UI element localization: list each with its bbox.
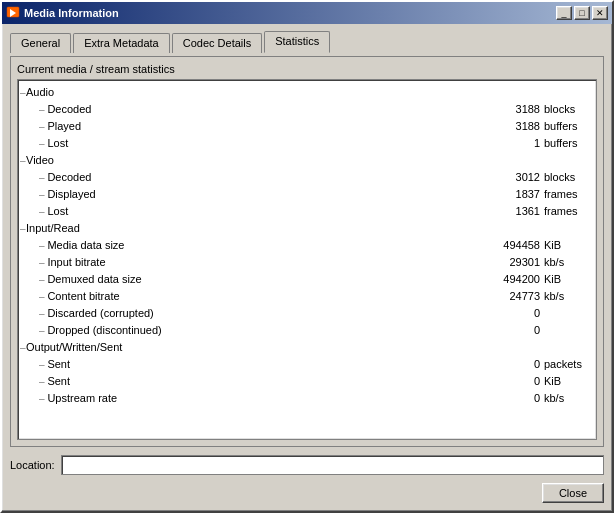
item-unit: KiB [544, 271, 594, 288]
item-label: Content bitrate [47, 290, 119, 302]
item-label: Input bitrate [47, 256, 105, 268]
item-unit: kb/s [544, 288, 594, 305]
item-label: Decoded [47, 103, 91, 115]
item-value: 3188 [489, 101, 544, 118]
item-unit: frames [544, 203, 594, 220]
window-close-button[interactable]: ✕ [592, 6, 608, 20]
item-value: 494200 [489, 271, 544, 288]
item-unit: buffers [544, 118, 594, 135]
item-unit: kb/s [544, 254, 594, 271]
tree-group: –Input/Read [20, 220, 594, 237]
tree-line [22, 390, 36, 407]
list-item: – Content bitrate 24773 kb/s [20, 288, 594, 305]
tab-content-inner: Current media / stream statistics –Audio… [17, 63, 597, 440]
list-item: – Displayed 1837 frames [20, 186, 594, 203]
tree-line [22, 203, 36, 220]
item-label: Sent [47, 358, 70, 370]
item-value: 3188 [489, 118, 544, 135]
minimize-button[interactable]: _ [556, 6, 572, 20]
list-item: – Played 3188 buffers [20, 118, 594, 135]
window-title: Media Information [24, 7, 119, 19]
tab-bar: General Extra Metadata Codec Details Sta… [10, 30, 604, 52]
main-window: Media Information _ □ ✕ General Extra Me… [0, 0, 614, 513]
tree-group: –Audio [20, 84, 594, 101]
item-label: Demuxed data size [47, 273, 141, 285]
tab-general[interactable]: General [10, 33, 71, 53]
list-item: – Lost 1361 frames [20, 203, 594, 220]
list-item: – Discarded (corrupted) 0 [20, 305, 594, 322]
item-label: Lost [47, 137, 68, 149]
tree-line [22, 135, 36, 152]
title-buttons: _ □ ✕ [556, 6, 608, 20]
tree-line [22, 271, 36, 288]
item-label: Media data size [47, 239, 124, 251]
item-unit: blocks [544, 101, 594, 118]
list-item: – Input bitrate 29301 kb/s [20, 254, 594, 271]
list-item: – Sent 0 packets [20, 356, 594, 373]
stats-box[interactable]: –Audio – Decoded 3188 blocks – Played 31… [17, 79, 597, 440]
item-unit: KiB [544, 237, 594, 254]
close-button[interactable]: Close [542, 483, 604, 503]
group-name: Input/Read [26, 220, 80, 237]
item-label: Displayed [47, 188, 95, 200]
item-value: 1837 [489, 186, 544, 203]
media-icon [6, 6, 20, 20]
item-label: Played [47, 120, 81, 132]
item-value: 0 [489, 390, 544, 407]
location-label: Location: [10, 459, 55, 471]
item-label: Upstream rate [47, 392, 117, 404]
tree-line [22, 118, 36, 135]
item-value: 1 [489, 135, 544, 152]
title-bar-left: Media Information [6, 6, 119, 20]
item-unit: buffers [544, 135, 594, 152]
tree-line [22, 356, 36, 373]
tree-line [22, 373, 36, 390]
item-label: Discarded (corrupted) [47, 307, 153, 319]
item-label: Dropped (discontinued) [47, 324, 161, 336]
item-value: 3012 [489, 169, 544, 186]
list-item: – Sent 0 KiB [20, 373, 594, 390]
tab-codec-details[interactable]: Codec Details [172, 33, 262, 53]
group-name: Output/Written/Sent [26, 339, 122, 356]
item-value: 29301 [489, 254, 544, 271]
tree-line [22, 322, 36, 339]
item-unit: packets [544, 356, 594, 373]
item-unit: kb/s [544, 390, 594, 407]
item-value: 24773 [489, 288, 544, 305]
item-label: Decoded [47, 171, 91, 183]
tree-line [22, 169, 36, 186]
item-value: 1361 [489, 203, 544, 220]
item-value: 0 [489, 373, 544, 390]
list-item: – Dropped (discontinued) 0 [20, 322, 594, 339]
maximize-button[interactable]: □ [574, 6, 590, 20]
item-unit: blocks [544, 169, 594, 186]
location-input[interactable] [61, 455, 604, 475]
group-name: Audio [26, 84, 54, 101]
tree-line [22, 305, 36, 322]
tree-group: –Video [20, 152, 594, 169]
tab-statistics[interactable]: Statistics [264, 31, 330, 53]
tree-line [22, 186, 36, 203]
list-item: – Decoded 3188 blocks [20, 101, 594, 118]
tab-content: Current media / stream statistics –Audio… [10, 56, 604, 447]
group-name: Video [26, 152, 54, 169]
close-btn-row: Close [10, 483, 604, 503]
item-value: 0 [489, 356, 544, 373]
section-label: Current media / stream statistics [17, 63, 597, 75]
bottom-bar: Location: [10, 455, 604, 475]
item-unit: KiB [544, 373, 594, 390]
tree-group: –Output/Written/Sent [20, 339, 594, 356]
list-item: – Demuxed data size 494200 KiB [20, 271, 594, 288]
tree-line [22, 254, 36, 271]
tab-extra-metadata[interactable]: Extra Metadata [73, 33, 170, 53]
list-item: – Media data size 494458 KiB [20, 237, 594, 254]
item-label: Sent [47, 375, 70, 387]
tree-line [22, 101, 36, 118]
tree-line [22, 288, 36, 305]
item-value: 494458 [489, 237, 544, 254]
item-value: 0 [489, 322, 544, 339]
list-item: – Decoded 3012 blocks [20, 169, 594, 186]
list-item: – Upstream rate 0 kb/s [20, 390, 594, 407]
tree-line [22, 237, 36, 254]
item-label: Lost [47, 205, 68, 217]
